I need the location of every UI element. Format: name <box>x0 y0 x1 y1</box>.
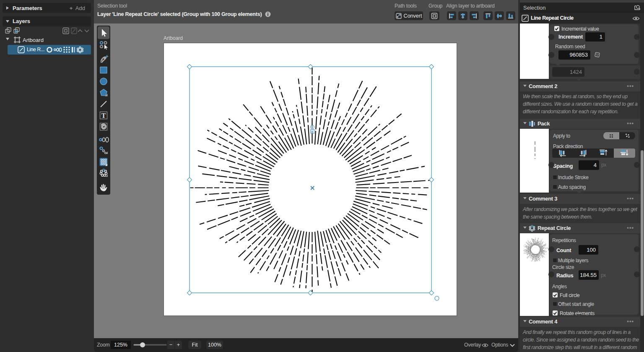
svg-text:T: T <box>101 112 106 119</box>
